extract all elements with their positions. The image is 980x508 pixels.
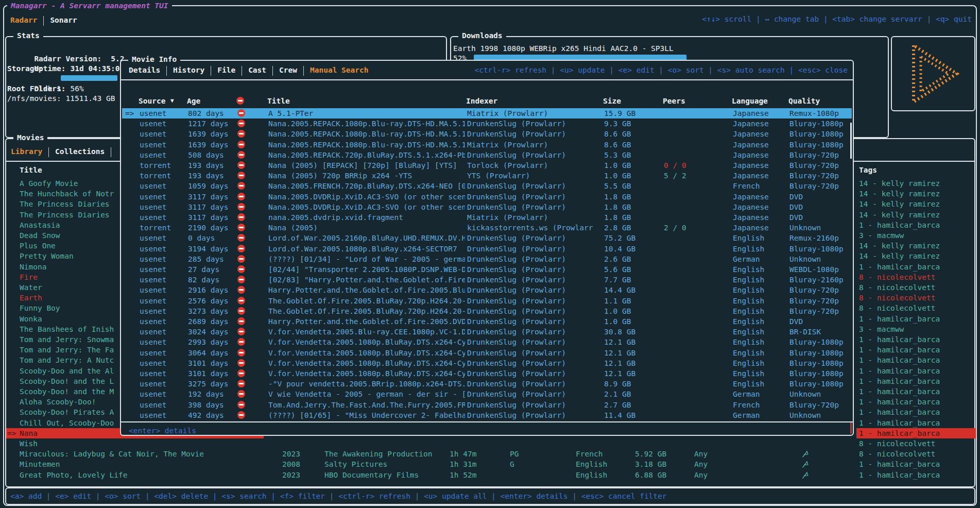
cell-age: 3024 days bbox=[188, 327, 235, 337]
cell-peers bbox=[664, 212, 726, 223]
movie-rating: G bbox=[510, 459, 541, 469]
rejection-icon bbox=[236, 97, 244, 105]
cell-age: 492 days bbox=[188, 410, 235, 420]
cell-peers bbox=[664, 118, 726, 129]
cell-size: 8.9 GB bbox=[604, 379, 662, 389]
cell-language: English bbox=[733, 348, 787, 358]
modal-help: <ctrl-r> refresh | <u> update | <e> edit… bbox=[474, 65, 848, 75]
search-result-row[interactable]: usenet3117 daysNana.2005.DVDRip.XviD.AC3… bbox=[122, 192, 852, 202]
servarr-tab-radarr[interactable]: Radarr bbox=[10, 16, 37, 24]
movies-tab-bar: LibraryCollections bbox=[11, 146, 117, 157]
tab-manual-search[interactable]: Manual Search bbox=[310, 66, 369, 74]
cell-size: 12.1 GB bbox=[604, 358, 662, 368]
app-title: Managarr - A Servarr management TUI bbox=[7, 1, 172, 11]
search-result-row[interactable]: usenet3024 daysV.for.Vendetta.2005.Blu-r… bbox=[122, 327, 852, 337]
tab-file[interactable]: File bbox=[217, 66, 235, 74]
search-result-row[interactable]: usenet2993 daysV.for.Vendetta.2005.1080p… bbox=[122, 337, 852, 347]
tab-details[interactable]: Details bbox=[129, 66, 160, 74]
scrollbar-thumb[interactable] bbox=[850, 123, 852, 159]
servarr-tab-sonarr[interactable]: Sonarr bbox=[50, 16, 77, 24]
cell-quality: Bluray-1080p bbox=[789, 348, 854, 358]
cell-peers bbox=[664, 306, 726, 316]
movie-size: 3.18 GB bbox=[635, 459, 686, 469]
search-result-row[interactable]: usenet3064 daysV.for.Vendetta.2005.1080p… bbox=[122, 348, 852, 358]
search-result-row[interactable]: usenet0 daysLord.of.War.2005.2160p.BluRa… bbox=[122, 233, 852, 243]
cell-indexer: DrunkenSlug (Prowlarr) bbox=[467, 202, 601, 212]
search-result-row[interactable]: usenet2576 daysThe.Goblet.Of.Fire.2005.B… bbox=[122, 296, 852, 306]
search-result-row[interactable]: usenet285 days(????) [01/34] - "Lord of … bbox=[122, 254, 852, 264]
cell-indexer: DrunkenSlug (Prowlarr) bbox=[467, 233, 601, 243]
cell-age: 3101 days bbox=[188, 358, 235, 368]
tab-separator bbox=[303, 66, 304, 76]
cell-peers bbox=[664, 192, 726, 202]
movie-runtime: 1h 47m bbox=[450, 449, 501, 459]
movie-tag: 3 - macmww bbox=[856, 324, 976, 334]
search-result-row[interactable]: usenet27 days[02/44] "Transporter 2.2005… bbox=[122, 264, 852, 275]
cell-language: Japanese bbox=[733, 202, 787, 212]
search-result-row[interactable]: usenet1639 daysNana.2005.REPACK.1080p.Bl… bbox=[122, 140, 852, 150]
search-result-row[interactable]: usenet508 daysNana.2005.REPACK.720p.BluR… bbox=[122, 150, 852, 160]
search-result-row[interactable]: usenet2689 daysHarry.Potter.and.the.Gobl… bbox=[122, 316, 852, 327]
search-result-row[interactable]: torrent2190 daysNana (2005)kickasstorren… bbox=[122, 223, 852, 233]
cell-indexer: DrunkenSlug (Prowlarr) bbox=[467, 150, 601, 160]
cell-age: 3117 days bbox=[188, 202, 235, 212]
search-result-row[interactable]: usenet82 days[02/83] "Harry.Potter.and.t… bbox=[122, 275, 852, 285]
rejection-icon bbox=[237, 390, 245, 398]
cell-title: Harry.Potter.and.the.Goblet.of.Fire.2005… bbox=[268, 285, 465, 295]
movie-tag: 1 - hamilcar_barca bbox=[856, 428, 976, 438]
search-result-row[interactable]: =>usenet802 daysA 5.1-PTerMiatrix (Prowl… bbox=[122, 108, 852, 118]
monitored-flag-icon bbox=[801, 471, 809, 481]
cell-quality: Unknown bbox=[789, 254, 854, 264]
search-result-row[interactable]: usenet398 daysTom.And.Jerry.The.Fast.And… bbox=[122, 400, 852, 410]
cell-source: usenet bbox=[140, 181, 185, 191]
movie-size: 6.88 GB bbox=[635, 470, 686, 480]
search-result-row[interactable]: usenet3275 days-"V pour vendetta.2005.BR… bbox=[122, 379, 852, 389]
cell-source: usenet bbox=[140, 327, 185, 337]
cell-source: usenet bbox=[140, 254, 185, 264]
search-result-row[interactable]: usenet3101 daysV.for.Vendetta.2005.1080p… bbox=[122, 358, 852, 368]
cell-peers bbox=[664, 275, 726, 285]
search-result-row[interactable]: usenet492 days(????) [01/65] - "Miss Und… bbox=[122, 410, 852, 420]
movie-row[interactable]: Wish8 - nicolecolvett bbox=[6, 438, 974, 449]
cell-peers: 5 / 2 bbox=[664, 171, 726, 181]
tab-history[interactable]: History bbox=[173, 66, 204, 74]
search-result-row[interactable]: usenet192 daysV wie Vendetta - 2005 - ge… bbox=[122, 389, 852, 399]
cell-quality: DVD bbox=[789, 202, 854, 212]
cell-quality: WEBDL-1080p bbox=[789, 264, 854, 275]
search-result-row[interactable]: usenet3273 daysThe.Goblet.Of.Fire.2005.B… bbox=[122, 306, 852, 316]
cell-age: 2916 days bbox=[188, 285, 235, 295]
cell-quality: Unknown bbox=[789, 223, 854, 233]
search-result-row[interactable]: usenet3117 daysNana.2005.DVDRip.XviD.AC3… bbox=[122, 202, 852, 212]
search-result-row[interactable]: usenet3194 daysLord.of.War.2005.1080p.Bl… bbox=[122, 244, 852, 254]
cell-size: 1.0 GB bbox=[604, 171, 662, 181]
rejection-icon bbox=[237, 369, 245, 377]
movie-row[interactable]: Great Photo, Lovely Life2023HBO Document… bbox=[6, 470, 974, 480]
search-result-row[interactable]: usenet1639 daysNana.2005.REPACK.1080p.Bl… bbox=[122, 129, 852, 139]
search-result-row[interactable]: usenet3117 daysnana.2005.dvdrip.xvid.fra… bbox=[122, 212, 852, 223]
tab-library[interactable]: Library bbox=[11, 147, 42, 156]
tab-crew[interactable]: Crew bbox=[279, 66, 297, 74]
search-result-row[interactable]: usenet2916 daysHarry.Potter.and.the.Gobl… bbox=[122, 285, 852, 295]
search-result-row[interactable]: torrent193 daysNana (2005) 720p BRRip x2… bbox=[122, 171, 852, 181]
tab-cast[interactable]: Cast bbox=[248, 66, 266, 74]
table-footer-divider bbox=[121, 421, 853, 422]
movie-row[interactable]: Miraculous: Ladybug & Cat Noir, The Movi… bbox=[6, 449, 974, 459]
tab-separator bbox=[272, 66, 273, 76]
search-result-row[interactable]: usenet1217 daysNana.2005.REPACK.1080p.Bl… bbox=[122, 118, 852, 129]
header-cell-peers: Peers bbox=[663, 96, 685, 106]
cell-language: Japanese bbox=[733, 150, 787, 160]
tab-collections[interactable]: Collections bbox=[55, 147, 105, 156]
cell-indexer: DrunkenSlug (Prowlarr) bbox=[467, 129, 601, 139]
search-result-row[interactable]: torrent193 daysNana (2005) [REPACK] [720… bbox=[122, 160, 852, 171]
header-cell-source: Source bbox=[139, 96, 165, 106]
movie-language: English bbox=[576, 459, 627, 469]
stats-panel-title: Stats bbox=[13, 31, 43, 40]
cell-size: 30.8 GB bbox=[604, 327, 662, 337]
cell-title: Nana.2005.DVDRip.XviD.AC3-SVO (or other … bbox=[268, 192, 465, 202]
movie-row[interactable]: Minutemen2008Salty Pictures1h 31mGEnglis… bbox=[6, 459, 974, 469]
cell-title: V.for.Vendetta.2005.1080p.BluRay.DTS.x26… bbox=[268, 368, 465, 379]
search-result-row[interactable]: usenet3101 daysV.for.Vendetta.2005.1080p… bbox=[122, 368, 852, 379]
search-result-row[interactable]: usenet1059 daysNana.2005.FRENCH.720p.Blu… bbox=[122, 181, 852, 191]
cell-quality: Bluray-720p bbox=[789, 160, 854, 171]
cell-age: 1217 days bbox=[188, 118, 235, 129]
